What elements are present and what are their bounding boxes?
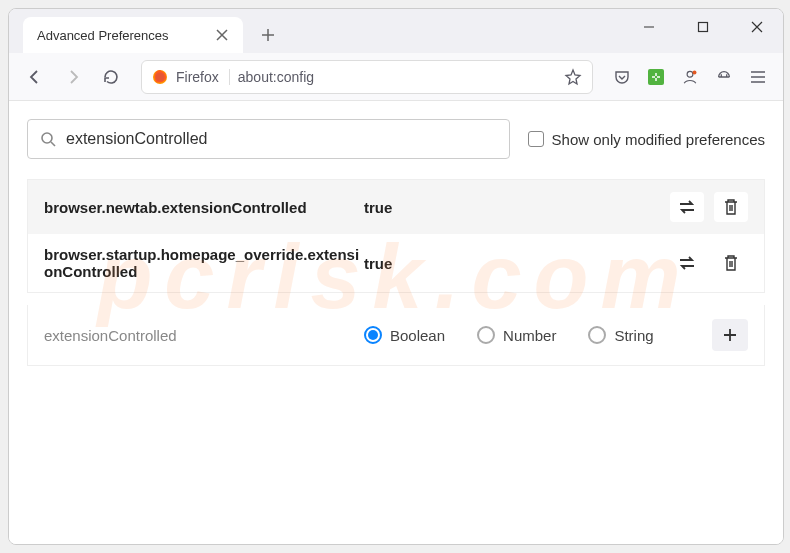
add-button[interactable] (712, 319, 748, 351)
toggle-button[interactable] (670, 248, 704, 278)
pref-value: true (364, 255, 670, 272)
protections-icon[interactable] (715, 68, 733, 86)
pref-name: browser.startup.homepage_override.extens… (44, 246, 364, 280)
pref-name: browser.newtab.extensionControlled (44, 199, 364, 216)
radio-number[interactable]: Number (477, 326, 556, 344)
maximize-button[interactable] (685, 11, 721, 43)
url-bar[interactable]: Firefox about:config (141, 60, 593, 94)
show-modified-checkbox[interactable]: Show only modified preferences (528, 131, 765, 148)
svg-point-3 (687, 71, 693, 77)
titlebar: Advanced Preferences (9, 9, 783, 53)
pocket-icon[interactable] (613, 68, 631, 86)
pref-row: browser.startup.homepage_override.extens… (28, 234, 764, 292)
show-modified-label: Show only modified preferences (552, 131, 765, 148)
pref-value: true (364, 199, 670, 216)
url-text: about:config (238, 69, 556, 85)
search-icon (40, 131, 56, 147)
radio-label: Boolean (390, 327, 445, 344)
type-radio-group: Boolean Number String (364, 326, 712, 344)
account-icon[interactable] (681, 68, 699, 86)
url-context-label: Firefox (176, 69, 230, 85)
tab-active[interactable]: Advanced Preferences (23, 17, 243, 53)
page-content: Show only modified preferences browser.n… (9, 101, 783, 544)
back-button[interactable] (19, 61, 51, 93)
new-tab-button[interactable] (255, 17, 281, 53)
checkbox-icon (528, 131, 544, 147)
radio-boolean[interactable]: Boolean (364, 326, 445, 344)
window-controls (631, 9, 775, 45)
search-input[interactable] (66, 130, 497, 148)
menu-icon[interactable] (749, 68, 767, 86)
radio-string[interactable]: String (588, 326, 653, 344)
prefs-list: browser.newtab.extensionControlled true … (27, 179, 765, 293)
radio-label: Number (503, 327, 556, 344)
toggle-button[interactable] (670, 192, 704, 222)
svg-rect-0 (699, 23, 708, 32)
search-row: Show only modified preferences (27, 119, 765, 159)
reload-button[interactable] (95, 61, 127, 93)
svg-point-5 (42, 133, 52, 143)
svg-point-4 (693, 70, 697, 74)
bookmark-star-icon[interactable] (564, 68, 582, 86)
radio-label: String (614, 327, 653, 344)
new-pref-row: extensionControlled Boolean Number Strin… (27, 305, 765, 366)
radio-icon (477, 326, 495, 344)
new-pref-name: extensionControlled (44, 327, 364, 344)
minimize-button[interactable] (631, 11, 667, 43)
pref-actions (670, 192, 748, 222)
toolbar: Firefox about:config (9, 53, 783, 101)
browser-window: Advanced Preferences (8, 8, 784, 545)
toolbar-actions (607, 68, 773, 86)
radio-icon (364, 326, 382, 344)
radio-icon (588, 326, 606, 344)
tab-title: Advanced Preferences (37, 28, 169, 43)
delete-button[interactable] (714, 248, 748, 278)
search-box[interactable] (27, 119, 510, 159)
extensions-icon[interactable] (647, 68, 665, 86)
close-window-button[interactable] (739, 11, 775, 43)
forward-button[interactable] (57, 61, 89, 93)
pref-actions (670, 248, 748, 278)
close-icon[interactable] (215, 28, 229, 42)
delete-button[interactable] (714, 192, 748, 222)
pref-row: browser.newtab.extensionControlled true (28, 180, 764, 234)
firefox-icon (152, 69, 168, 85)
